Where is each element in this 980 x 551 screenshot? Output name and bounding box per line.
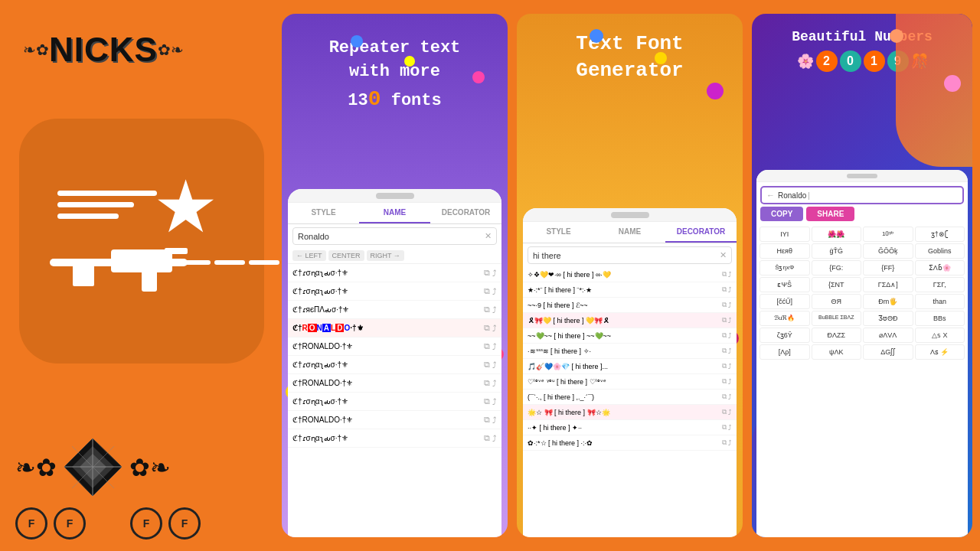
grid-cell-15[interactable]: ΓΣΓ, (915, 277, 965, 292)
screen3-input-bar[interactable]: ← Ronaldo | (760, 186, 964, 204)
font-copy-6[interactable]: ⧉ (722, 362, 727, 370)
grid-cell-30[interactable]: ΔGʃʃ (863, 344, 913, 360)
font-copy-7[interactable]: ⧉ (722, 377, 727, 386)
font-share-3[interactable]: ⤴ (728, 317, 732, 324)
grid-cell-8[interactable]: ŜʒηхΦ (760, 260, 810, 276)
copy-btn-6[interactable]: ⧉ (484, 378, 490, 388)
name-text-0: ℭ†ɾσɳαʅԃσ·†⚜ (292, 269, 482, 277)
copy-btn-2[interactable]: ⧉ (484, 305, 490, 315)
tab-decorator-1[interactable]: DECORATOR (430, 203, 501, 223)
grid-cell-29[interactable]: ψΛK (812, 344, 862, 360)
share-btn-0[interactable]: ⤴ (492, 269, 497, 278)
grid-cell-13[interactable]: {ΣΝΤ (812, 277, 862, 292)
grid-cell-6[interactable]: ĞŎŎķ (863, 243, 913, 259)
font-copy-2[interactable]: ⧉ (722, 301, 727, 309)
search-clear-icon-1[interactable]: ✕ (485, 231, 492, 241)
copy-btn-7[interactable]: ⧉ (484, 396, 490, 406)
tab-name-2[interactable]: NAME (594, 222, 665, 243)
font-share-5[interactable]: ⤴ (728, 347, 732, 355)
grid-cell-20[interactable]: ℬuℜ🔥 (760, 311, 810, 326)
tab-style-1[interactable]: STYLE (288, 203, 359, 223)
copy-btn-3[interactable]: ⧉ (484, 323, 490, 333)
font-share-6[interactable]: ⤴ (728, 363, 732, 370)
font-copy-5[interactable]: ⧉ (722, 347, 727, 355)
grid-cell-21[interactable]: BuBBLE ΣΒΛΖ (812, 311, 862, 326)
font-copy-11[interactable]: ⧉ (722, 439, 727, 447)
grid-cell-7[interactable]: Goblins (915, 243, 965, 259)
font-share-1[interactable]: ⤴ (728, 286, 732, 294)
align-left-btn[interactable]: ← LEFT (292, 250, 326, 261)
grid-cell-4[interactable]: Нεяθ (760, 243, 810, 259)
name-row-3: ℭ†RONALDO·†⚜⧉⤴ (288, 319, 501, 337)
font-row-2: ~~·9 [ hi there ] ℰ~~⧉⤴ (523, 298, 737, 313)
copy-btn-1[interactable]: ⧉ (484, 286, 490, 296)
font-share-0[interactable]: ⤴ (728, 271, 732, 279)
grid-cell-12[interactable]: ɛΨŜ (760, 277, 810, 292)
grid-cell-11[interactable]: ƩΛɓ🌸 (915, 260, 965, 276)
copy-btn-5[interactable]: ⧉ (484, 360, 490, 370)
font-copy-10[interactable]: ⧉ (722, 423, 727, 432)
grid-cell-31[interactable]: Λ𝗌 ⚡ (915, 344, 965, 360)
tab-name-1[interactable]: NAME (359, 203, 430, 223)
grid-cell-26[interactable]: ⌀ΛVΛ (863, 328, 913, 343)
font-share-10[interactable]: ⤴ (728, 424, 732, 432)
search-clear-icon-2[interactable]: ✕ (720, 250, 727, 260)
grid-cell-1[interactable]: 🌺🌺 (812, 227, 862, 242)
tab-decorator-2[interactable]: DECORATOR (665, 222, 737, 243)
grid-cell-14[interactable]: ΓΣΔ∧] (863, 277, 913, 292)
font-copy-4[interactable]: ⧉ (722, 331, 727, 340)
share-btn-7[interactable]: ⤴ (492, 397, 497, 406)
grid-cell-16[interactable]: [čćŰ] (760, 294, 810, 309)
grid-cell-10[interactable]: {FF} (863, 260, 913, 276)
font-share-11[interactable]: ⤴ (728, 439, 732, 447)
share-btn-1[interactable]: ⤴ (492, 287, 497, 296)
grid-cell-9[interactable]: {FG: (812, 260, 862, 276)
grid-cell-2[interactable]: 1𝟘ᵍᵇ (863, 227, 913, 242)
font-share-7[interactable]: ⤴ (728, 378, 732, 386)
font-share-8[interactable]: ⤴ (728, 393, 732, 401)
font-copy-3[interactable]: ⧉ (722, 316, 727, 324)
grid-cell-22[interactable]: ƷʊΘÐ (863, 311, 913, 326)
share-btn-9[interactable]: ⤴ (492, 434, 497, 443)
font-share-9[interactable]: ⤴ (728, 409, 732, 416)
copy-btn-9[interactable]: ⧉ (484, 433, 490, 443)
align-center-btn[interactable]: CENTER (328, 250, 364, 261)
align-right-btn[interactable]: RIGHT → (367, 250, 404, 261)
copy-btn-4[interactable]: ⧉ (484, 341, 490, 351)
grid-cell-25[interactable]: ÐΛΖΣ (812, 328, 862, 343)
share-btn-2[interactable]: ⤴ (492, 305, 497, 315)
screen2-tabs[interactable]: STYLE NAME DECORATOR (523, 222, 737, 243)
font-copy-1[interactable]: ⧉ (722, 285, 727, 294)
font-share-2[interactable]: ⤴ (728, 302, 732, 309)
font-copy-0[interactable]: ⧉ (722, 270, 727, 279)
share-button-s3[interactable]: SHARE (806, 207, 854, 221)
badge-f3: F (130, 507, 162, 540)
share-btn-3[interactable]: ⤴ (492, 324, 497, 333)
copy-btn-8[interactable]: ⧉ (484, 415, 490, 425)
grid-cell-5[interactable]: ġŤĠ (812, 243, 862, 259)
copy-btn-0[interactable]: ⧉ (484, 268, 490, 278)
grid-cell-18[interactable]: Ðm🖐 (863, 294, 913, 309)
font-copy-8[interactable]: ⧉ (722, 393, 727, 401)
font-row-9: 🌟☆ 🎀 [ hi there ] 🎀☆🌟⧉⤴ (523, 405, 737, 420)
grid-cell-0[interactable]: IYI (760, 227, 810, 242)
share-btn-8[interactable]: ⤴ (492, 416, 497, 425)
tab-style-2[interactable]: STYLE (523, 222, 594, 243)
copy-button-s3[interactable]: COPY (760, 207, 803, 221)
font-copy-9[interactable]: ⧉ (722, 408, 727, 416)
grid-cell-27[interactable]: △𝕤 X (915, 328, 965, 343)
screen2-search-bar[interactable]: hi there ✕ (528, 246, 732, 264)
share-btn-4[interactable]: ⤴ (492, 342, 497, 351)
share-btn-6[interactable]: ⤴ (492, 379, 497, 388)
grid-cell-28[interactable]: [Λρ] (760, 344, 810, 360)
grid-cell-24[interactable]: ζʒ6Ŷ (760, 328, 810, 343)
grid-cell-23[interactable]: ΒΒs (915, 311, 965, 326)
back-icon-s3[interactable]: ← (766, 191, 775, 200)
screen1-tabs[interactable]: STYLE NAME DECORATOR (288, 203, 501, 224)
font-share-4[interactable]: ⤴ (728, 332, 732, 340)
grid-cell-3[interactable]: ʒ†⊗ʗ (915, 227, 965, 242)
share-btn-5[interactable]: ⤴ (492, 360, 497, 370)
grid-cell-17[interactable]: ΘЯ (812, 294, 862, 309)
name-text-1: ℭ†ɾσɳαʅԃσ·†⚜ (292, 287, 482, 295)
grid-cell-19[interactable]: than (915, 294, 965, 309)
